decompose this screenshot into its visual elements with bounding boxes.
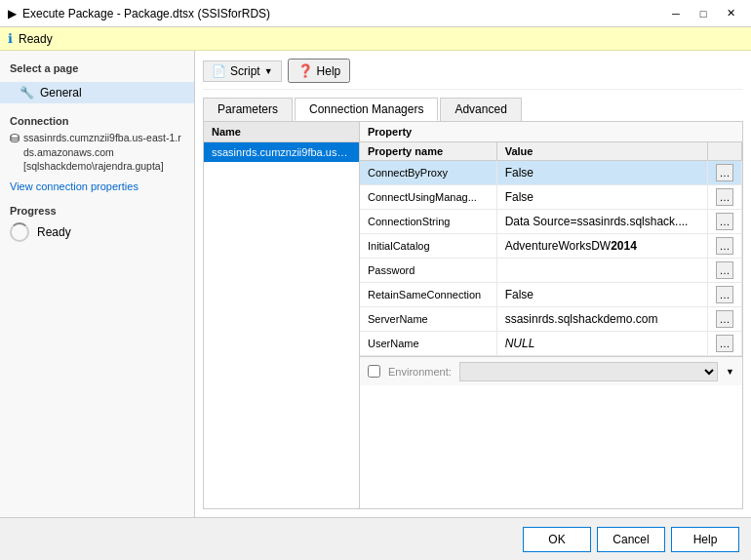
property-name-cell: Password — [360, 259, 496, 283]
window-title: Execute Package - Package.dtsx (SSISforR… — [22, 7, 270, 20]
property-name-cell: UserName — [360, 332, 496, 356]
tab-connection-managers[interactable]: Connection Managers — [295, 98, 438, 121]
sidebar-connection-section: Connection ⛁ ssasinrds.cumznzii9fba.us-e… — [0, 115, 194, 193]
property-name-cell: ServerName — [360, 307, 496, 332]
properties-header: Property — [360, 122, 742, 142]
tab-parameters[interactable]: Parameters — [203, 98, 293, 121]
property-action-cell: … — [708, 332, 742, 356]
property-action-cell: … — [708, 161, 742, 185]
property-ellipsis-button[interactable]: … — [716, 164, 733, 181]
environment-label: Environment: — [388, 366, 452, 378]
table-row[interactable]: UserNameNULL… — [360, 332, 742, 356]
tabs: Parameters Connection Managers Advanced — [203, 98, 743, 121]
property-value-cell: False — [496, 161, 707, 185]
tab-content: Name ssasinrds.cumznzii9fba.us-east-... … — [203, 121, 743, 509]
col-action — [708, 142, 742, 161]
col-property-name: Property name — [360, 142, 496, 161]
table-row[interactable]: Password… — [360, 259, 742, 283]
sidebar-item-general[interactable]: 🔧 General — [0, 82, 194, 103]
info-bar: ℹ Ready — [0, 27, 751, 51]
sidebar-progress-section: Progress Ready — [0, 205, 194, 242]
connection-text-line2: ds.amazonaws.com — [23, 145, 181, 160]
property-ellipsis-button[interactable]: … — [716, 286, 733, 303]
connection-text-line3: [sqlshackdemo\rajendra.gupta] — [23, 159, 181, 174]
table-row[interactable]: ConnectUsingManag...False… — [360, 185, 742, 210]
property-value-cell: False — [496, 283, 707, 307]
property-name-cell: ConnectByProxy — [360, 161, 496, 185]
progress-section-title: Progress — [10, 205, 184, 217]
property-action-cell: … — [708, 307, 742, 332]
help-label: Help — [317, 64, 341, 78]
table-row[interactable]: ServerNamessasinrds.sqlshackdemo.com… — [360, 307, 742, 332]
db-icon: ⛁ — [10, 132, 20, 145]
ok-button[interactable]: OK — [523, 527, 591, 552]
progress-row: Ready — [10, 222, 184, 242]
environment-bar: Environment: ▼ — [360, 356, 742, 385]
sidebar-header: Select a page — [0, 59, 194, 82]
info-icon: ℹ — [8, 31, 13, 46]
status-text: Ready — [19, 32, 53, 46]
connection-section-title: Connection — [10, 115, 184, 127]
view-connection-properties-link[interactable]: View connection properties — [10, 180, 138, 192]
table-row[interactable]: ConnectByProxyFalse… — [360, 161, 742, 185]
property-ellipsis-button[interactable]: … — [716, 261, 733, 279]
env-dropdown-icon: ▼ — [726, 367, 734, 377]
properties-table: Property name Value ConnectByProxyFalse…… — [360, 142, 742, 356]
col-value: Value — [496, 142, 707, 161]
property-action-cell: … — [708, 210, 742, 234]
property-value-cell: False — [496, 185, 707, 210]
properties-panel: Property Property name Value ConnectByPr… — [360, 122, 742, 508]
connection-text-line1: ssasinrds.cumznzii9fba.us-east-1.r — [23, 131, 181, 145]
property-value-cell: AdventureWorksDW2014 — [496, 234, 707, 259]
table-row[interactable]: RetainSameConnectionFalse… — [360, 283, 742, 307]
help-icon: ❓ — [297, 63, 313, 78]
environment-select[interactable] — [459, 362, 718, 381]
sidebar: Select a page 🔧 General Connection ⛁ ssa… — [0, 51, 195, 517]
toolbar: 📄 Script ▼ ❓ Help — [203, 59, 743, 90]
property-value-cell: NULL — [496, 332, 707, 356]
script-button[interactable]: 📄 Script ▼ — [203, 60, 282, 82]
cancel-button[interactable]: Cancel — [597, 527, 665, 552]
property-value-cell: ssasinrds.sqlshackdemo.com — [496, 307, 707, 332]
dropdown-arrow-icon: ▼ — [264, 66, 273, 76]
property-action-cell: … — [708, 234, 742, 259]
progress-status: Ready — [37, 225, 71, 239]
script-label: Script — [230, 64, 260, 78]
title-bar: ▶ Execute Package - Package.dtsx (SSISfo… — [0, 0, 751, 27]
title-bar-controls: ─ □ ✕ — [663, 4, 743, 23]
property-name-cell: RetainSameConnection — [360, 283, 496, 307]
property-ellipsis-button[interactable]: … — [716, 310, 733, 328]
property-ellipsis-button[interactable]: … — [716, 188, 733, 206]
property-ellipsis-button[interactable]: … — [716, 213, 733, 230]
help-button[interactable]: ❓ Help — [288, 59, 351, 83]
close-button[interactable]: ✕ — [718, 4, 743, 23]
tab-advanced[interactable]: Advanced — [440, 98, 521, 121]
environment-checkbox[interactable] — [368, 365, 380, 378]
table-row[interactable]: InitialCatalogAdventureWorksDW2014… — [360, 234, 742, 259]
property-name-cell: ConnectionString — [360, 210, 496, 234]
property-value-cell: Data Source=ssasinrds.sqlshack.... — [496, 210, 707, 234]
connection-list-item[interactable]: ssasinrds.cumznzii9fba.us-east-... — [204, 142, 359, 162]
table-row[interactable]: ConnectionStringData Source=ssasinrds.sq… — [360, 210, 742, 234]
app-icon: ▶ — [8, 7, 17, 20]
property-action-cell: … — [708, 283, 742, 307]
connection-list: Name ssasinrds.cumznzii9fba.us-east-... — [204, 122, 360, 508]
content-area: 📄 Script ▼ ❓ Help Parameters Connection … — [195, 51, 751, 517]
spinner-icon — [10, 222, 29, 242]
property-ellipsis-button[interactable]: … — [716, 237, 733, 255]
property-action-cell: … — [708, 185, 742, 210]
property-name-cell: InitialCatalog — [360, 234, 496, 259]
script-icon: 📄 — [212, 64, 226, 78]
main-content: Select a page 🔧 General Connection ⛁ ssa… — [0, 51, 751, 517]
property-value-cell — [496, 259, 707, 283]
footer: OK Cancel Help — [0, 517, 751, 560]
footer-help-button[interactable]: Help — [671, 527, 739, 552]
property-action-cell: … — [708, 259, 742, 283]
maximize-button[interactable]: □ — [691, 4, 716, 23]
sidebar-item-label: General — [40, 86, 82, 100]
property-name-cell: ConnectUsingManag... — [360, 185, 496, 210]
title-bar-left: ▶ Execute Package - Package.dtsx (SSISfo… — [8, 7, 270, 20]
connection-list-header: Name — [204, 122, 359, 142]
property-ellipsis-button[interactable]: … — [716, 335, 733, 352]
minimize-button[interactable]: ─ — [663, 4, 689, 23]
